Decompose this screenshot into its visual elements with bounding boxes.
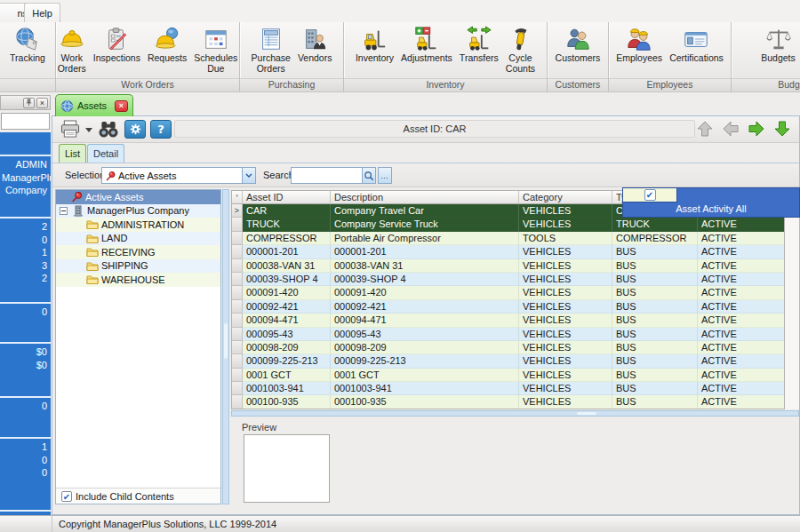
cell-category[interactable]: VEHICLES: [519, 204, 612, 218]
cell-description[interactable]: 000092-421: [331, 300, 519, 314]
ribbon-button-certifications[interactable]: Certifications: [667, 25, 726, 65]
table-row[interactable]: 000001-201000001-201VEHICLESBUSACTIVE: [232, 245, 784, 258]
cell-type[interactable]: BUS: [612, 245, 698, 258]
cell-description[interactable]: 0001 GCT: [331, 369, 519, 382]
cell-asset-id[interactable]: CAR: [243, 204, 331, 218]
cell-category[interactable]: VEHICLES: [519, 341, 612, 354]
cell-asset-id[interactable]: 000095-43: [243, 328, 331, 341]
cell-category[interactable]: VEHICLES: [519, 354, 612, 368]
cell-asset-id[interactable]: 0001 GCT: [243, 369, 331, 382]
vertical-splitter[interactable]: [222, 189, 229, 504]
search-button[interactable]: [362, 167, 376, 184]
column-header-description[interactable]: Description: [331, 191, 519, 204]
more-options-button[interactable]: …: [378, 167, 392, 184]
splitter-thumb[interactable]: [224, 323, 228, 359]
print-icon[interactable]: [60, 120, 81, 139]
cell-status[interactable]: ACTIVE: [698, 286, 784, 299]
ribbon-button-tracking[interactable]: Tracking: [7, 25, 48, 65]
cell-category[interactable]: VEHICLES: [519, 300, 612, 314]
cell-type[interactable]: BUS: [612, 395, 698, 409]
cell-category[interactable]: VEHICLES: [519, 395, 612, 409]
find-binoculars-icon[interactable]: [97, 120, 120, 139]
cell-description[interactable]: Portable Air Compressor: [331, 232, 519, 245]
cell-asset-id[interactable]: 000039-SHOP 4: [243, 273, 331, 286]
nav-up-arrow-icon[interactable]: [695, 120, 715, 138]
table-row[interactable]: 000098-209000098-209VEHICLESBUSACTIVE: [232, 341, 784, 354]
cell-status[interactable]: ACTIVE: [698, 218, 784, 231]
cell-type[interactable]: BUS: [612, 259, 698, 273]
cell-description[interactable]: 000098-209: [331, 341, 519, 354]
table-row[interactable]: TRUCKCompany Service TruckVEHICLESTRUCKA…: [232, 218, 784, 231]
tree-item-active-assets[interactable]: Active Assets: [56, 190, 220, 204]
tab-list[interactable]: List: [59, 144, 86, 163]
collapse-icon[interactable]: [60, 207, 68, 215]
cell-type[interactable]: BUS: [612, 369, 698, 382]
nav-down-arrow-icon[interactable]: [772, 120, 792, 138]
ribbon-button-customers[interactable]: Customers: [553, 25, 604, 65]
cell-status[interactable]: ACTIVE: [698, 232, 784, 245]
cell-type[interactable]: BUS: [612, 341, 698, 354]
ribbon-button-requests[interactable]: Requests: [145, 25, 189, 65]
cell-category[interactable]: VEHICLES: [519, 369, 612, 382]
sidebar-search-input[interactable]: [1, 113, 50, 130]
checkbox-checked-icon[interactable]: ✔: [61, 491, 72, 502]
cell-status[interactable]: ACTIVE: [698, 341, 784, 354]
cell-asset-id[interactable]: 000001-201: [243, 245, 331, 258]
cell-status[interactable]: ACTIVE: [698, 328, 784, 341]
cell-status[interactable]: ACTIVE: [698, 395, 784, 409]
cell-type[interactable]: TRUCK: [612, 218, 698, 231]
cell-asset-id[interactable]: 000098-209: [243, 341, 331, 354]
cell-status[interactable]: ACTIVE: [698, 300, 784, 314]
cell-category[interactable]: TOOLS: [519, 232, 612, 245]
tab-detail[interactable]: Detail: [87, 144, 124, 163]
tree-item-shipping[interactable]: SHIPPING: [56, 259, 220, 274]
selection-dropdown-button[interactable]: [242, 168, 255, 183]
search-input[interactable]: [291, 167, 365, 184]
cell-description[interactable]: 000094-471: [331, 314, 519, 327]
cell-description[interactable]: 000095-43: [331, 328, 519, 341]
cell-type[interactable]: BUS: [612, 273, 698, 286]
cell-type[interactable]: BUS: [612, 382, 698, 395]
cell-description[interactable]: Company Service Truck: [331, 218, 519, 231]
cell-type[interactable]: BUS: [612, 300, 698, 314]
cell-type[interactable]: BUS: [612, 314, 698, 327]
ribbon-button-vendors[interactable]: Vendors: [295, 25, 335, 65]
ribbon-button-schedules-due[interactable]: Schedules Due: [191, 25, 240, 75]
close-icon[interactable]: ×: [36, 98, 48, 108]
cell-category[interactable]: VEHICLES: [519, 245, 612, 258]
ribbon-button-inventory[interactable]: Inventory: [353, 25, 396, 65]
print-dropdown-icon[interactable]: [85, 127, 92, 132]
horizontal-splitter[interactable]: [231, 410, 799, 417]
checkbox-checked-icon[interactable]: ✔: [644, 189, 656, 201]
table-row[interactable]: 000038-VAN 31000038-VAN 31VEHICLESBUSACT…: [232, 259, 784, 273]
cell-description[interactable]: 000001-201: [331, 245, 519, 258]
help-button[interactable]: ?: [150, 120, 172, 139]
cell-description[interactable]: 000100-935: [331, 395, 519, 409]
ribbon-button-transfers[interactable]: Transfers: [457, 25, 501, 65]
cell-status[interactable]: ACTIVE: [698, 382, 784, 395]
cell-status[interactable]: ACTIVE: [698, 273, 784, 286]
ribbon-tab-help[interactable]: Help: [24, 3, 60, 23]
ribbon-button-purchase-orders[interactable]: Purchase Orders: [249, 25, 293, 75]
tree-item-warehouse[interactable]: WAREHOUSE: [56, 273, 220, 287]
cell-category[interactable]: VEHICLES: [519, 382, 612, 395]
splitter-thumb[interactable]: [577, 412, 596, 415]
cell-asset-id[interactable]: 0001003-941: [243, 382, 331, 395]
cell-asset-id[interactable]: 000099-225-213: [243, 354, 331, 368]
cell-asset-id[interactable]: TRUCK: [243, 218, 331, 231]
tree-item-receiving[interactable]: RECEIVING: [56, 245, 220, 259]
table-row[interactable]: 0001 GCT0001 GCTVEHICLESBUSACTIVE: [232, 369, 784, 382]
cell-category[interactable]: VEHICLES: [519, 286, 612, 299]
cell-asset-id[interactable]: 000092-421: [243, 300, 331, 314]
table-row[interactable]: 000091-420000091-420VEHICLESBUSACTIVE: [232, 286, 784, 299]
cell-category[interactable]: VEHICLES: [519, 218, 612, 231]
table-row[interactable]: 000039-SHOP 4000039-SHOP 4VEHICLESBUSACT…: [232, 273, 784, 286]
sidebar-summary-panel[interactable]: ADMINManagerPlus Company201320$0$00100: [0, 132, 51, 515]
nav-right-arrow-icon[interactable]: [747, 120, 766, 138]
tab-assets[interactable]: Assets ×: [55, 94, 133, 116]
cell-description[interactable]: 0001003-941: [331, 382, 519, 395]
cell-asset-id[interactable]: 000094-471: [243, 314, 331, 327]
cell-category[interactable]: VEHICLES: [519, 273, 612, 286]
cell-type[interactable]: COMPRESSOR: [612, 232, 698, 245]
cell-description[interactable]: 000038-VAN 31: [331, 259, 519, 273]
